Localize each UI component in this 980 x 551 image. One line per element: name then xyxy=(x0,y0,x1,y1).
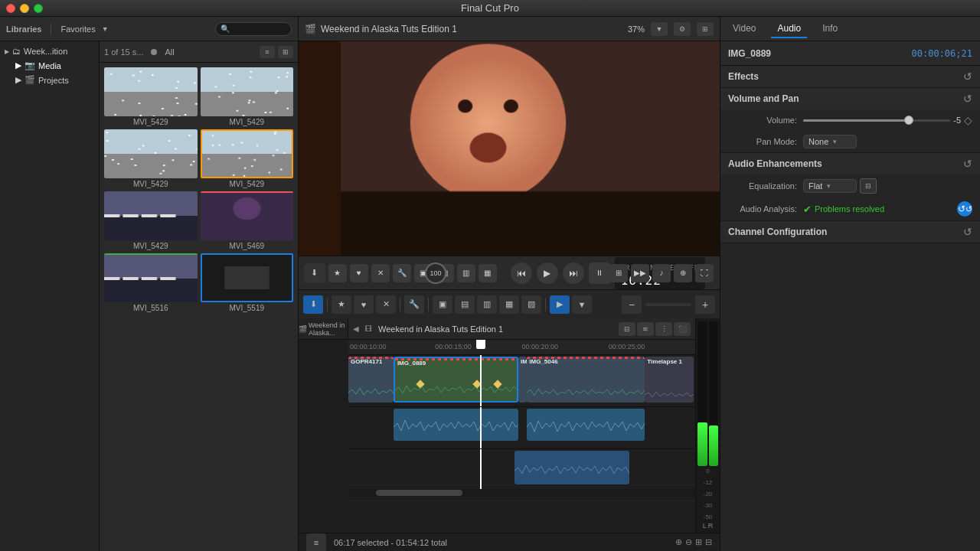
thumbnail-item[interactable]: MVI_5519 xyxy=(201,253,294,312)
audio-clip-secondary[interactable] xyxy=(514,451,629,484)
inspector-tab-video[interactable]: Video xyxy=(727,20,762,38)
reject-tool-btn[interactable]: ✕ xyxy=(376,295,396,314)
browser-view-btn2[interactable]: ⊞ xyxy=(278,46,293,58)
thumbnail-item[interactable]: MVI_5429 xyxy=(104,129,198,188)
marker-tool[interactable]: ▦ xyxy=(499,295,519,314)
browser-view-btn1[interactable]: ≡ xyxy=(260,46,275,58)
effects-reset[interactable]: ↺ xyxy=(963,70,972,83)
pause-button[interactable]: ⏸ xyxy=(589,262,610,284)
zoom-slider[interactable] xyxy=(645,303,691,306)
volume-slider-thumb[interactable] xyxy=(904,116,913,125)
fav-btn[interactable]: ♥ xyxy=(350,264,368,282)
inspector-tab-info[interactable]: Info xyxy=(816,20,844,38)
pan-dropdown-arrow: ▼ xyxy=(831,139,838,145)
channel-config-header[interactable]: Channel Configuration ↺ xyxy=(720,221,980,243)
zoom-panel-btn[interactable]: ⊟ xyxy=(705,537,712,547)
add-to-timeline-btn[interactable]: ⬇ xyxy=(304,263,325,283)
clip-gopr4171[interactable]: GOPR4171 xyxy=(348,357,394,403)
audio-enhancements-reset[interactable]: ↺ xyxy=(963,158,972,170)
speed-tool[interactable]: ▧ xyxy=(521,295,541,314)
volume-slider-track[interactable] xyxy=(803,119,950,122)
audio-enhancements-header[interactable]: Audio Enhancements ↺ xyxy=(720,153,980,174)
volume-pan-title: Volume and Pan xyxy=(728,93,799,104)
status-list-btn[interactable]: ≡ xyxy=(306,533,326,552)
thumbnail-item[interactable]: MVI_5429 xyxy=(104,67,198,126)
distort-btn[interactable]: ▦ xyxy=(479,264,497,282)
close-button[interactable] xyxy=(6,4,15,13)
thumbnail-item[interactable]: MVI_5429 xyxy=(201,67,294,126)
thumbnail-item[interactable]: MVI_5516 xyxy=(104,253,198,312)
select-arrow[interactable]: ▼ xyxy=(572,295,592,314)
timeline-body: 🎬 Weekend in Alaska... ◀ 🎞 Weekend in Al… xyxy=(299,318,720,533)
trim-tool[interactable]: ▤ xyxy=(455,295,475,314)
audio-clip-img0889[interactable] xyxy=(394,409,518,441)
clip-timelapse[interactable]: Timelapse 1 xyxy=(645,357,693,403)
channel-config-reset[interactable]: ↺ xyxy=(963,226,972,238)
audio-btn[interactable]: ♪ xyxy=(652,264,671,282)
equalization-dropdown[interactable]: Flat ▼ xyxy=(803,179,857,193)
download-btn[interactable]: ⬇ xyxy=(303,295,323,314)
play-button[interactable]: ▶ xyxy=(537,262,558,284)
zoom-in-btn[interactable]: + xyxy=(695,295,715,314)
thumbnail-item[interactable]: MVI_5429 xyxy=(104,191,198,250)
browser-filter-all[interactable]: All xyxy=(165,47,174,57)
effects-section-header[interactable]: Effects ↺ xyxy=(720,66,980,87)
viewer-layout-btn[interactable]: ⊞ xyxy=(697,22,714,36)
minimize-button[interactable] xyxy=(20,4,29,13)
select-tool[interactable]: ▶ xyxy=(550,295,570,314)
analysis-refresh-button[interactable]: ↺ xyxy=(957,201,972,217)
playhead-marker xyxy=(476,340,485,349)
volume-pan-reset[interactable]: ↺ xyxy=(963,93,972,105)
clip-img0889[interactable]: IMG_0889 xyxy=(394,357,518,403)
rate-tool-btn[interactable]: ★ xyxy=(332,295,351,314)
tl-view-btn2[interactable]: ≋ xyxy=(637,322,654,336)
clip-img5046[interactable]: IMG_5046 xyxy=(527,357,645,403)
tl-view-btn4[interactable]: ⬛ xyxy=(674,322,691,336)
viewer-clip-icon: 🎬 xyxy=(305,24,316,34)
rating-btn[interactable]: ★ xyxy=(328,264,347,282)
wand-btn[interactable]: 🔧 xyxy=(404,295,424,314)
tl-view-btn3[interactable]: ⋮ xyxy=(655,322,672,336)
sidebar-item-projects[interactable]: ▶ 🎬 Projects xyxy=(0,73,99,87)
viewer-settings-btn[interactable]: ⚙ xyxy=(674,22,691,36)
maximize-button[interactable] xyxy=(34,4,43,13)
sidebar-item-library[interactable]: ▶ 🗂 Week...ition xyxy=(0,44,99,58)
volume-control[interactable]: -5 ◇ xyxy=(803,114,972,126)
audio-analysis-row: Audio Analysis: ✔ Problems resolved ↺ xyxy=(720,197,980,220)
audio-clip-img5046[interactable] xyxy=(527,409,645,441)
fullscreen-btn[interactable]: ⛶ xyxy=(695,264,714,282)
favorites-arrow[interactable]: ▼ xyxy=(102,25,109,33)
solo-btn[interactable]: ⊕ xyxy=(674,264,692,282)
volume-pan-header[interactable]: Volume and Pan ↺ xyxy=(720,88,980,109)
tl-view-btn1[interactable]: ⊟ xyxy=(619,322,635,336)
thumbnail-item[interactable]: MVI_5429 xyxy=(201,129,294,188)
zoom-fit-btn[interactable]: ⊕ xyxy=(675,537,682,547)
scrollbar-thumb[interactable] xyxy=(376,490,462,496)
zoom-actual-btn[interactable]: ⊖ xyxy=(685,537,692,547)
corrections-btn[interactable]: 🔧 xyxy=(393,264,411,282)
crop-btn[interactable]: ▥ xyxy=(457,264,475,282)
snapping-btn[interactable]: ⊞ xyxy=(609,264,628,282)
fav-tool-btn[interactable]: ♥ xyxy=(354,295,374,314)
zoom-fill-btn[interactable]: ⊞ xyxy=(695,537,702,547)
volume-keyframe-btn[interactable]: ◇ xyxy=(964,114,972,126)
crop-tool[interactable]: ▥ xyxy=(477,295,497,314)
rewind-button[interactable]: ⏮ xyxy=(511,262,532,284)
pan-mode-dropdown[interactable]: None ▼ xyxy=(803,135,857,148)
blade-tool[interactable]: ▣ xyxy=(433,295,452,314)
inspector-tab-audio[interactable]: Audio xyxy=(771,20,807,38)
sidebar-item-media[interactable]: ▶ 📷 Media xyxy=(0,58,99,73)
viewer-zoom-dropdown[interactable]: ▼ xyxy=(651,22,668,36)
skimming-btn[interactable]: ▶▶ xyxy=(631,264,649,282)
timeline-scrollbar[interactable] xyxy=(348,489,695,497)
inspector-clip-header: IMG_0889 00:00:06;21 xyxy=(720,41,980,66)
volume-pan-section: Volume and Pan ↺ Volume: -5 ◇ xyxy=(720,88,980,153)
clip-img-small[interactable]: IMG_ xyxy=(518,357,527,403)
tl-expand-icon[interactable]: ◀ xyxy=(353,324,359,333)
search-box[interactable]: 🔍 xyxy=(215,22,292,36)
zoom-out-btn[interactable]: − xyxy=(622,295,642,314)
forward-button[interactable]: ⏭ xyxy=(563,262,584,284)
eq-icon-button[interactable]: ⊟ xyxy=(860,178,877,194)
thumbnail-item[interactable]: MVI_5469 xyxy=(201,191,294,250)
reject-btn[interactable]: ✕ xyxy=(371,264,390,282)
